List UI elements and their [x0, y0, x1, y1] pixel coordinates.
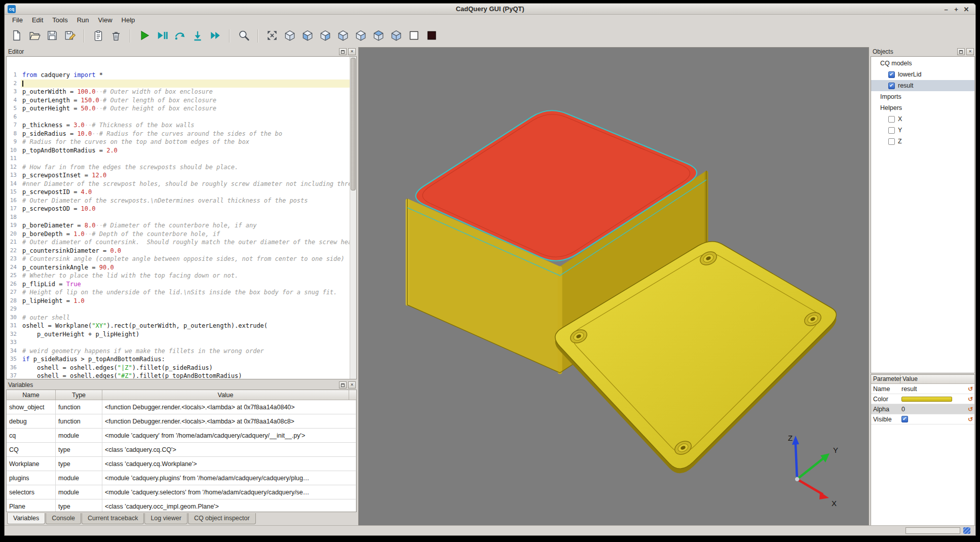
editor-scrollbar-thumb[interactable]: [351, 58, 356, 190]
code-line-10[interactable]: 10p_topAndBottomRadius = 2.0: [7, 146, 356, 155]
code-line-37[interactable]: 37 oshell = oshell.edges("#Z").fillet(p_…: [7, 372, 356, 379]
tree-item-helpers[interactable]: Helpers: [871, 102, 974, 113]
code-line-19[interactable]: 19p_boreDiameter = 8.0··# Diameter of th…: [7, 221, 356, 230]
view-back-button[interactable]: [318, 29, 332, 43]
code-line-24[interactable]: 24p_countersinkAngle = 90.0: [7, 263, 356, 272]
shaded-button[interactable]: [425, 29, 439, 43]
undo-icon[interactable]: ↺: [966, 406, 974, 413]
tab-current-traceback[interactable]: Current traceback: [82, 513, 144, 524]
undo-icon[interactable]: ↺: [966, 385, 974, 393]
code-line-36[interactable]: 36 oshell = oshell.edges("|Z").fillet(p_…: [7, 364, 356, 372]
color-swatch[interactable]: [901, 397, 952, 402]
code-line-32[interactable]: 32 p_outerHeight + p_lipHeight): [7, 330, 356, 339]
code-line-5[interactable]: 5p_outerHeight = 50.0··# Outer height of…: [7, 104, 356, 113]
code-line-13[interactable]: 13p_screwpostInset = 12.0: [7, 171, 356, 180]
code-line-21[interactable]: 21# Outer diameter of countersink. Shoul…: [7, 238, 356, 247]
menu-run[interactable]: Run: [72, 15, 94, 25]
menu-edit[interactable]: Edit: [27, 15, 48, 25]
tree-item-x[interactable]: X: [871, 113, 974, 125]
editor-float-button[interactable]: [339, 48, 347, 55]
tree-item-z[interactable]: Z: [871, 136, 974, 147]
undo-icon[interactable]: ↺: [966, 396, 974, 403]
save-button[interactable]: [45, 29, 59, 43]
code-line-20[interactable]: 20p_boreDepth = 1.0··# Depth of the coun…: [7, 230, 356, 239]
editor-close-button[interactable]: ✕: [348, 48, 356, 55]
view-top-button[interactable]: [371, 29, 386, 43]
view-bottom-button[interactable]: [389, 29, 403, 43]
clipboard-button[interactable]: [91, 29, 105, 43]
code-line-29[interactable]: 29: [7, 305, 356, 314]
fit-view-button[interactable]: [265, 29, 279, 43]
variables-float-button[interactable]: [339, 381, 347, 389]
code-line-26[interactable]: 26p_flipLid = True: [7, 280, 356, 289]
checkbox-result[interactable]: [888, 83, 895, 89]
variable-row-cq[interactable]: CQtype<class 'cadquery.cq.CQ'>: [7, 443, 356, 457]
variable-row-debug[interactable]: debugfunction<function Debugger.render.<…: [7, 414, 356, 429]
menu-help[interactable]: Help: [117, 15, 140, 25]
variable-row-show-object[interactable]: show_objectfunction<function Debugger.re…: [7, 400, 356, 414]
variable-row-cq[interactable]: cqmodule<module 'cadquery' from '/home/a…: [7, 429, 356, 443]
code-line-15[interactable]: 15p_screwpostID = 4.0: [7, 188, 356, 197]
variable-row-plugins[interactable]: pluginsmodule<module 'cadquery.plugins' …: [7, 471, 356, 485]
code-line-4[interactable]: 4p_outerLength = 150.0·# Outer length of…: [7, 96, 356, 105]
checkbox-z[interactable]: [888, 138, 895, 145]
variable-row-workplane[interactable]: Workplanetype<class 'cadquery.cq.Workpla…: [7, 457, 356, 471]
variables-close-button[interactable]: ✕: [348, 381, 356, 389]
step-over-button[interactable]: [173, 29, 187, 43]
menu-view[interactable]: View: [94, 15, 117, 25]
code-line-25[interactable]: 25# Whether to place the lid with the to…: [7, 272, 356, 280]
variable-row-selectors[interactable]: selectorsmodule<module 'cadquery.selecto…: [7, 485, 356, 499]
editor-scrollbar[interactable]: [350, 57, 356, 379]
code-line-17[interactable]: 17p_screwpostOD = 10.0: [7, 205, 356, 213]
tree-item-imports[interactable]: Imports: [871, 91, 974, 102]
view-front-button[interactable]: [300, 29, 315, 43]
run-button[interactable]: [137, 29, 152, 43]
code-line-18[interactable]: 18: [7, 213, 356, 222]
code-line-30[interactable]: 30# outer shell: [7, 314, 356, 322]
code-line-16[interactable]: 16# Outer Diameter of the screwposts.\nD…: [7, 197, 356, 205]
minimize-button[interactable]: –: [941, 6, 951, 13]
objects-float-button[interactable]: [957, 48, 965, 55]
tab-cq-object-inspector[interactable]: CQ object inspector: [188, 513, 256, 524]
property-row-color[interactable]: Color↺: [871, 394, 974, 404]
view-left-button[interactable]: [336, 29, 350, 43]
property-row-name[interactable]: Nameresult↺: [871, 384, 974, 394]
visible-checkbox[interactable]: [901, 416, 908, 422]
open-file-button[interactable]: [27, 29, 42, 43]
checkbox-y[interactable]: [888, 127, 895, 134]
zoom-button[interactable]: [237, 29, 251, 43]
code-line-28[interactable]: 28p_lipHeight = 1.0: [7, 297, 356, 305]
code-line-35[interactable]: 35if p_sideRadius > p_topAndBottomRadius…: [7, 355, 356, 364]
fast-forward-button[interactable]: [208, 29, 222, 43]
code-line-11[interactable]: 11: [7, 154, 356, 163]
property-row-visible[interactable]: Visible↺: [871, 414, 974, 424]
code-line-3[interactable]: 3p_outerWidth = 100.0··# Outer width of …: [7, 88, 356, 96]
debug-button[interactable]: [155, 29, 169, 43]
objects-close-button[interactable]: ✕: [966, 48, 974, 55]
view-iso-button[interactable]: [283, 29, 297, 43]
save-as-button[interactable]: [63, 29, 77, 43]
resize-grip[interactable]: [963, 527, 970, 534]
checkbox-lowerlid[interactable]: [888, 71, 895, 78]
code-line-34[interactable]: 34# weird geometry happens if we make th…: [7, 347, 356, 356]
view-right-button[interactable]: [354, 29, 368, 43]
tab-variables[interactable]: Variables: [7, 513, 45, 524]
trash-button[interactable]: [109, 29, 123, 43]
menu-file[interactable]: File: [8, 15, 27, 25]
titlebar[interactable]: cq CadQuery GUI (PyQT) – + ✕: [5, 4, 975, 15]
close-button[interactable]: ✕: [961, 6, 971, 13]
code-line-33[interactable]: 33: [7, 338, 356, 347]
code-line-6[interactable]: 6: [7, 113, 356, 122]
code-line-31[interactable]: 31oshell = Workplane("XY").rect(p_outerW…: [7, 322, 356, 330]
viewport-3d[interactable]: Z Y X: [358, 47, 869, 526]
new-file-button[interactable]: [10, 29, 24, 43]
tree-item-lowerlid[interactable]: lowerLid: [871, 69, 974, 80]
tree-item-cq-models[interactable]: CQ models: [871, 58, 974, 69]
code-line-8[interactable]: 8p_sideRadius = 10.0··# Radius for the c…: [7, 130, 356, 138]
tab-log-viewer[interactable]: Log viewer: [144, 513, 187, 524]
code-line-12[interactable]: 12# How far in from the edges the screwp…: [7, 163, 356, 172]
menu-tools[interactable]: Tools: [48, 15, 72, 25]
code-line-7[interactable]: 7p_thickness = 3.0··# Thickness of the b…: [7, 121, 356, 130]
variable-row-plane[interactable]: Planetype<class 'cadquery.occ_impl.geom.…: [7, 499, 356, 512]
code-line-27[interactable]: 27# Height of lip on the underside of th…: [7, 288, 356, 297]
